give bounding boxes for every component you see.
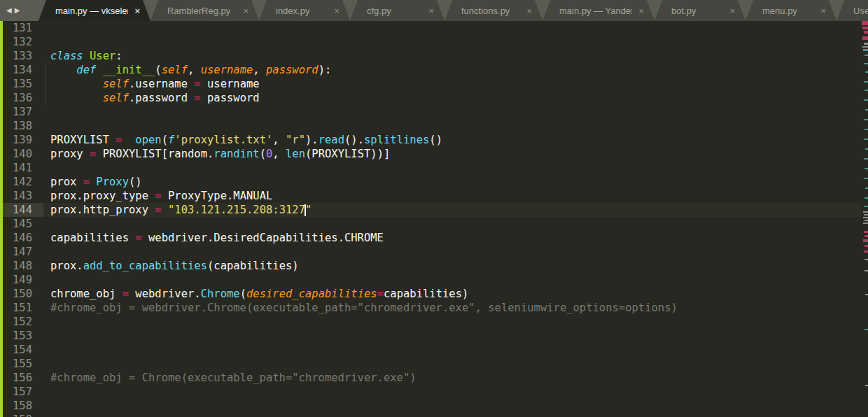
minimap-mark [862, 36, 868, 40]
line-number: 150 [0, 287, 32, 301]
tab-label: functions.py [461, 6, 510, 16]
code-line-text: prox.http_proxy = "103.121.215.208:3127" [50, 203, 312, 217]
minimap-mark [864, 31, 868, 34]
minimap-mark [864, 99, 868, 101]
code-line[interactable]: 134 def __init__(self, username, passwor… [0, 63, 868, 77]
code-line[interactable]: 138 [0, 119, 868, 133]
editor-tab[interactable]: menu.py× [746, 0, 836, 21]
minimap-mark [865, 188, 868, 189]
line-number: 132 [0, 35, 32, 49]
code-line[interactable]: 156#chrome_obj = Chrome(executable_path=… [0, 371, 868, 385]
code-line-text: #chrome_obj = webdriver.Chrome(executabl… [50, 301, 678, 315]
line-number: 138 [0, 119, 32, 133]
minimap-mark [864, 206, 868, 207]
code-line[interactable]: 133class User: [0, 49, 868, 63]
code-line[interactable]: 143prox.proxy_type = ProxyType.MANUAL [0, 189, 868, 203]
code-line-text: class User: [50, 49, 122, 63]
minimap-mark [864, 119, 868, 120]
tab-close-icon[interactable]: × [638, 6, 644, 16]
tab-close-icon[interactable]: × [729, 6, 735, 16]
tab-scroll-left-icon[interactable]: ◀ [6, 0, 12, 21]
minimap[interactable] [861, 21, 868, 417]
editor-tab[interactable]: cfg.py× [350, 0, 444, 21]
minimap-mark [863, 239, 868, 242]
minimap-mark [864, 139, 868, 140]
code-line[interactable]: 142prox = Proxy() [0, 175, 868, 189]
minimap-mark [864, 55, 868, 56]
tab-label: index.py [276, 6, 309, 16]
line-number: 135 [0, 77, 32, 91]
line-number: 143 [0, 189, 32, 203]
code-line[interactable]: 141 [0, 161, 868, 175]
code-line[interactable]: 159 [0, 413, 868, 417]
editor-tab[interactable]: Use× [836, 0, 868, 21]
line-number: 142 [0, 175, 32, 189]
code-line[interactable]: 146capabilities = webdriver.DesiredCapab… [0, 231, 868, 245]
minimap-mark [862, 21, 868, 25]
tab-scrollers: ◀ ▶ [6, 0, 20, 21]
code-editor[interactable]: 131132133class User:134 def __init__(sel… [0, 21, 868, 417]
indent-guide [46, 91, 46, 105]
code-line[interactable]: 137 [0, 105, 868, 119]
code-line[interactable]: 157 [0, 385, 868, 399]
minimap-mark [864, 245, 868, 247]
code-line[interactable]: 135 self.username = username [0, 77, 868, 91]
code-line[interactable]: 136 self.password = password [0, 91, 868, 105]
code-line-text: PROXYLIST = open(f'proxylist.txt', "r").… [50, 133, 442, 147]
tab-close-icon[interactable]: × [243, 6, 248, 16]
code-line[interactable]: 155 [0, 357, 868, 371]
minimap-mark [863, 217, 868, 218]
line-number: 144 [0, 203, 32, 217]
editor-tab[interactable]: index.py× [259, 0, 350, 21]
indent-guide [46, 63, 46, 77]
code-line[interactable]: 131 [0, 21, 868, 35]
minimap-mark [864, 235, 868, 237]
editor-tab[interactable]: bot.py× [654, 0, 746, 21]
line-number: 157 [0, 385, 32, 399]
minimap-mark [864, 220, 868, 221]
line-number: 154 [0, 343, 32, 357]
code-line[interactable]: 139PROXYLIST = open(f'proxylist.txt', "r… [0, 133, 868, 147]
minimap-mark [864, 214, 868, 215]
tab-label: menu.py [762, 6, 797, 16]
code-line[interactable]: 147 [0, 245, 868, 259]
code-line[interactable]: 150chrome_obj = webdriver.Chrome(desired… [0, 287, 868, 301]
line-number: 158 [0, 399, 32, 413]
line-number: 133 [0, 49, 32, 63]
code-line[interactable]: 132 [0, 35, 868, 49]
minimap-mark [862, 27, 868, 29]
code-line[interactable]: 140proxy = PROXYLIST[random.randint(0, l… [0, 147, 868, 161]
line-number: 153 [0, 329, 32, 343]
line-number: 156 [0, 371, 32, 385]
code-line[interactable]: 144prox.http_proxy = "103.121.215.208:31… [0, 203, 868, 217]
minimap-mark [862, 46, 868, 48]
tab-close-icon[interactable]: × [134, 6, 140, 16]
minimap-mark [865, 148, 868, 150]
line-number: 146 [0, 231, 32, 245]
tab-scroll-right-icon[interactable]: ▶ [15, 0, 20, 21]
minimap-mark [864, 329, 868, 330]
code-line[interactable]: 145 [0, 217, 868, 231]
editor-tab[interactable]: RamblerReg.py× [150, 0, 259, 21]
code-line[interactable]: 151#chrome_obj = webdriver.Chrome(execut… [0, 301, 868, 315]
minimap-mark [865, 109, 868, 111]
editor-tab[interactable]: main.py — Yandex× [542, 0, 654, 21]
code-line[interactable]: 152 [0, 315, 868, 329]
minimap-mark [865, 294, 868, 295]
tab-close-icon[interactable]: × [428, 6, 434, 16]
code-line-text: capabilities = webdriver.DesiredCapabili… [50, 231, 384, 245]
tab-close-icon[interactable]: × [820, 6, 826, 16]
editor-tab[interactable]: main.py — vkselenium× [38, 0, 150, 21]
tab-bar: ◀ ▶ main.py — vkselenium×RamblerReg.py×i… [0, 0, 868, 21]
tab-close-icon[interactable]: × [526, 6, 532, 16]
code-line[interactable]: 149 [0, 273, 868, 287]
code-line[interactable]: 158 [0, 399, 868, 413]
tab-close-icon[interactable]: × [334, 6, 340, 16]
minimap-mark [864, 250, 868, 253]
code-line[interactable]: 154 [0, 343, 868, 357]
editor-tab[interactable]: functions.py× [444, 0, 542, 21]
line-number: 141 [0, 161, 32, 175]
code-line[interactable]: 148prox.add_to_capabilities(capabilities… [0, 259, 868, 273]
code-line[interactable]: 153 [0, 329, 868, 343]
tab-label: cfg.py [367, 6, 391, 16]
